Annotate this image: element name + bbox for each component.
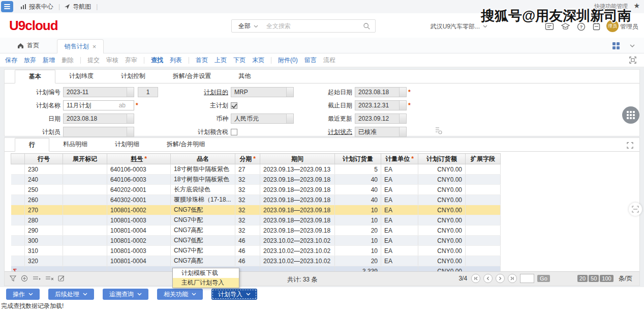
form-tab-plan-dimension[interactable]: 计划纬度 [55,70,107,83]
grid-tab-rows[interactable]: 行 [15,138,49,152]
field-picker-button[interactable] [127,127,134,136]
field-picker-button[interactable] [399,114,406,123]
toolbar-next-page[interactable]: 下页 [233,56,246,65]
action-button-trace-query[interactable]: 追溯查询 [103,289,148,300]
form-tab-plan-control[interactable]: 计划控制 [107,70,159,83]
column-header-period-no[interactable]: 分期* [235,154,260,164]
action-button-related-functions[interactable]: 相关功能 [157,289,203,300]
field-picker-button[interactable] [399,127,406,136]
row-selector[interactable] [11,215,25,226]
column-header-expand-mark[interactable]: 展开标记 [63,154,107,164]
page-number-input[interactable] [520,274,534,283]
filter-icon[interactable] [10,275,16,282]
delete-row-icon[interactable] [45,275,53,282]
date-field[interactable]: 2023.08.18 [63,114,134,124]
toolbar-add[interactable]: 新增 [43,56,55,65]
search-icon[interactable] [363,22,371,30]
prev-page-button[interactable] [483,274,493,283]
page-size-50-button[interactable]: 50 [589,275,599,282]
edit-icon[interactable] [58,275,65,282]
start-date-field[interactable]: 2023.08.18 [355,87,407,97]
field-picker-button[interactable] [127,114,134,123]
table-row[interactable]: 240640106-000318寸树脂中隔板紫色322023.09.18—202… [11,175,501,185]
row-selector[interactable] [11,246,25,256]
table-row[interactable]: 310100801-0003CNG7中配462023.10.02—2023.10… [11,246,501,256]
row-selector[interactable] [11,185,25,195]
toolbar-save[interactable]: 保存 [5,56,17,65]
column-header-planned-amount[interactable]: 计划订货额 [418,154,466,164]
column-header-period-range[interactable]: 期间 [260,154,335,164]
form-tab-other[interactable]: 其他 [225,70,264,83]
field-settings-icon[interactable] [435,126,443,134]
plan-name-field[interactable]: 11月计划ab [63,100,134,110]
action-button-plan-import[interactable]: 计划导入 [211,289,257,300]
grid-tab-material-detail[interactable]: 料品明细 [49,138,101,151]
apps-waffle-button[interactable] [622,106,639,124]
toolbar-comments[interactable]: 留言 [304,56,317,65]
column-header-product-name[interactable]: 品名 [171,154,235,164]
status-label[interactable]: 计划状态 [312,128,352,136]
table-row[interactable]: 320100801-0004CNG7高配462023.10.02—2023.10… [11,256,501,266]
close-icon[interactable]: × [93,43,97,50]
toolbar-last-page[interactable]: 末页 [252,56,264,65]
field-picker-button[interactable] [286,88,293,97]
row-selector[interactable] [11,236,25,246]
add-row-icon[interactable] [21,275,28,282]
grid-tab-plan-detail[interactable]: 计划明细 [101,138,153,151]
toolbar-first-page[interactable]: 首页 [196,56,208,65]
row-selector[interactable] [11,164,25,175]
column-header-part-no[interactable]: 料号* [107,154,171,164]
toolbar-list[interactable]: 列表 [170,56,182,65]
row-selector[interactable] [11,175,25,185]
row-selector[interactable] [11,226,25,236]
form-tab-basic[interactable]: 基本 [15,70,55,83]
topbar-report-center[interactable]: 报表中心 [20,3,53,11]
purpose-label[interactable]: 计划目的 [183,88,228,97]
menu-item-plan-template-download[interactable]: 计划模板下载 [173,268,239,278]
row-selector[interactable] [11,256,25,266]
toolbar-prev-page[interactable]: 上页 [214,56,227,65]
column-header-planned-qty[interactable]: 计划订货量 [335,154,381,164]
search-input[interactable]: 全文搜索 [266,22,291,31]
chevron-down-icon[interactable] [630,44,635,48]
search-scope-select[interactable]: 全部 [238,22,251,31]
toolbar-attachments[interactable]: 附件(0) [278,56,298,65]
table-row[interactable]: 290100801-0004CNG7高配322023.09.18—2023.09… [11,226,501,236]
next-page-button[interactable] [496,274,505,283]
tax-included-checkbox[interactable] [231,129,237,135]
column-header-ext-field[interactable]: 扩展字段 [466,154,501,164]
grid-tab-split-merge-detail[interactable]: 拆解/合并明细 [153,138,219,151]
grid-layout-icon[interactable] [612,42,620,49]
table-row[interactable]: 300100801-0002CNG7低配462023.10.02—2023.10… [11,236,501,246]
toolbar-find[interactable]: 查找 [151,56,163,65]
menu-item-oem-plan-import[interactable]: 主机厂计划导入 [173,278,239,288]
form-tab-split-merge-settings[interactable]: 拆解/合并设置 [159,70,225,83]
field-picker-button[interactable] [399,101,406,110]
hamburger-menu-button[interactable] [1,1,13,12]
table-row[interactable]: 270100801-0002CNG7低配322023.09.18—2023.09… [11,205,501,215]
global-search-box[interactable]: 全部 全文搜索 [231,19,376,33]
insert-row-icon[interactable] [33,275,41,282]
row-selector[interactable] [11,195,25,205]
last-page-button[interactable] [508,274,517,283]
table-row[interactable]: 260640302-0001覆膜珍珠棉（17-18...322023.09.18… [11,195,501,205]
plan-no-field[interactable]: 2023-11 [63,87,134,97]
expand-grid-icon[interactable] [627,142,633,149]
topbar-navigation-map[interactable]: 导航图 [64,3,91,11]
column-header-row-no[interactable]: 行号 [25,154,63,164]
chevron-down-icon[interactable] [254,25,258,28]
tab-sales-plan[interactable]: 销售计划 × [57,39,104,53]
table-row[interactable]: 250640202-0001长方底袋绿色322023.09.18—2023.09… [11,185,501,195]
go-button[interactable]: Go [537,275,550,282]
table-row[interactable]: 280100801-0003CNG7中配322023.09.18—2023.09… [11,215,501,226]
field-picker-button[interactable] [399,88,406,97]
planner-field[interactable] [63,127,134,137]
last-update-field[interactable]: 2023.09.12 [355,114,407,124]
end-date-field[interactable]: 2023.12.31 [355,100,407,110]
fullscreen-icon[interactable] [629,57,636,64]
tab-home[interactable]: 首页 [17,41,39,50]
field-picker-button[interactable] [286,114,293,123]
status-field[interactable]: 已核准 [355,127,407,137]
page-size-20-button[interactable]: 20 [577,275,588,282]
main-plan-checkbox[interactable] [231,102,237,109]
